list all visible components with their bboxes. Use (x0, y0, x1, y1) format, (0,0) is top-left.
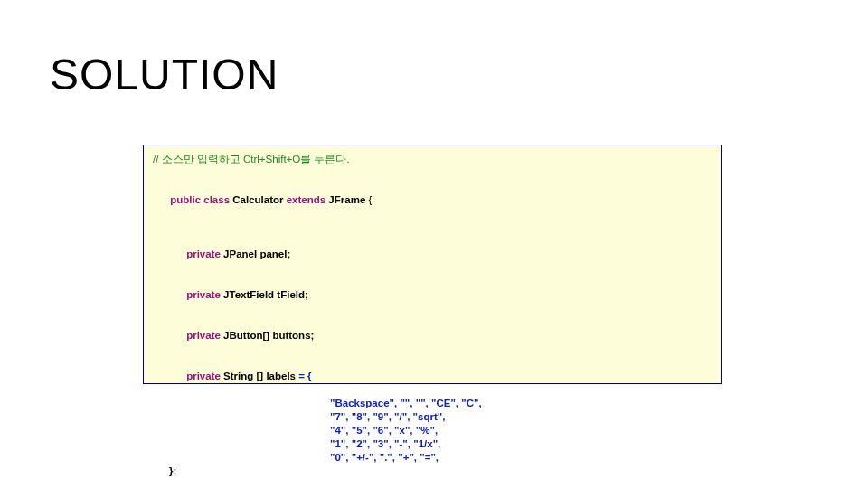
field-panel-line: private JPanel panel; (169, 234, 712, 275)
class-name: Calculator (232, 194, 283, 205)
class-decl-line: public class Calculator extends JFrame { (153, 180, 712, 221)
name-buttons: buttons (272, 330, 310, 341)
kw-class: class (203, 194, 230, 205)
type-jtextfield: JTextField (223, 289, 274, 300)
brace-open: { (365, 194, 372, 205)
type-jbutton: JButton[] (223, 330, 269, 341)
kw-public: public (170, 194, 201, 205)
name-labels: labels (266, 371, 296, 381)
kw-extends: extends (287, 194, 326, 205)
field-tfield-line: private JTextField tField; (169, 275, 712, 315)
kw-private: private (186, 249, 221, 259)
semi: ; (305, 289, 308, 300)
kw-private: private (186, 330, 221, 341)
field-buttons-line: private JButton[] buttons; (169, 315, 712, 356)
type-string: String [] (223, 371, 263, 381)
labels-array-row-2: "7", "8", "9", "/", "sqrt", (330, 410, 712, 424)
name-tfield: tField (277, 289, 305, 300)
kw-private: private (186, 289, 221, 300)
code-block: // 소스만 입력하고 Ctrl+Shift+O를 누른다. public cl… (143, 145, 722, 384)
name-panel: panel (259, 249, 287, 259)
labels-array-row-4: "1", "2", "3", "-", "1/x", (330, 437, 712, 451)
page-title: SOLUTION (50, 50, 278, 99)
type-jpanel: JPanel (223, 249, 257, 259)
labels-array-row-3: "4", "5", "6", "x", "%", (330, 424, 712, 437)
assign-open: = { (296, 371, 312, 381)
semi: ; (287, 249, 290, 259)
kw-private: private (186, 371, 221, 381)
slide: SOLUTION // 소스만 입력하고 Ctrl+Shift+O를 누른다. … (0, 0, 868, 488)
code-comment: // 소스만 입력하고 Ctrl+Shift+O를 누른다. (153, 153, 712, 166)
labels-array-row-1: "Backspace", "", "", "CE", "C", (330, 397, 712, 410)
array-close: }; (169, 465, 712, 478)
super-name: JFrame (328, 194, 365, 205)
semi: ; (311, 330, 315, 341)
labels-array-row-5: "0", "+/-", ".", "+", "=", (330, 451, 712, 465)
field-labels-line: private String [] labels = { (169, 356, 712, 397)
